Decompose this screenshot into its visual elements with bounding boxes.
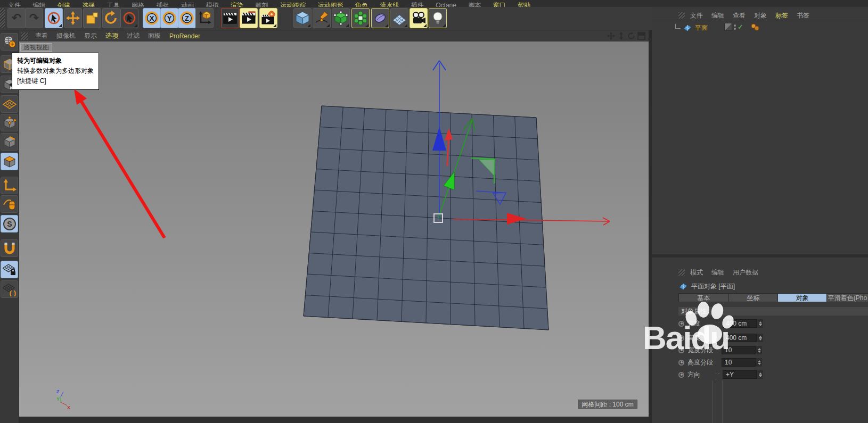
menu-plugins[interactable]: 插件: [411, 2, 424, 7]
add-spline-pen-button[interactable]: [313, 8, 331, 28]
am-menu-edit[interactable]: 编辑: [711, 268, 728, 277]
menu-mograph[interactable]: 运动图形: [317, 2, 343, 7]
om-menu-view[interactable]: 查看: [733, 11, 750, 20]
menu-mesh[interactable]: 网格: [132, 2, 144, 7]
vp-menu-panel[interactable]: 面板: [148, 31, 161, 40]
tweak-mode-button[interactable]: [1, 195, 18, 213]
vp-menu-filter[interactable]: 过滤: [127, 31, 140, 40]
tab-basic[interactable]: 基本: [678, 293, 729, 302]
menu-help[interactable]: 帮助: [518, 2, 530, 7]
tab-phong[interactable]: 平滑着色(Pho: [827, 293, 868, 302]
workplane-interactive-button[interactable]: ( ): [1, 280, 18, 298]
viewport-toggle-icon[interactable]: [637, 32, 645, 40]
object-manager-grip[interactable]: [678, 12, 685, 19]
add-volume-button[interactable]: [371, 8, 389, 28]
snap-settings-button[interactable]: S: [1, 215, 18, 233]
axis-mode-button[interactable]: [1, 177, 18, 194]
object-row-plane[interactable]: 平面: [675, 23, 708, 32]
om-menu-edit[interactable]: 编辑: [711, 11, 728, 20]
height-segments-stepper[interactable]: [756, 358, 762, 367]
add-camera-button[interactable]: [410, 8, 428, 28]
redo-button[interactable]: ↷: [25, 8, 43, 28]
orientation-dropdown[interactable]: +Y: [723, 370, 757, 379]
phong-tag-icon[interactable]: [750, 23, 760, 31]
width-segments-stepper[interactable]: [756, 346, 762, 354]
reset-radio[interactable]: [678, 321, 684, 327]
reset-radio[interactable]: [678, 335, 684, 341]
view-label[interactable]: 透视视图: [20, 43, 52, 52]
vp-menu-prorender[interactable]: ProRender: [169, 32, 200, 40]
live-selection-tool[interactable]: [45, 8, 63, 28]
viewport-rotate-icon[interactable]: [627, 32, 635, 40]
menu-script[interactable]: 脚本: [468, 2, 481, 7]
add-floor-button[interactable]: [390, 8, 408, 28]
workplane-lock-button[interactable]: [1, 261, 18, 278]
menu-simulate[interactable]: 模拟: [206, 2, 219, 7]
om-menu-file[interactable]: 文件: [690, 11, 707, 20]
reset-radio[interactable]: [678, 372, 684, 378]
vp-menu-view[interactable]: 查看: [35, 31, 48, 40]
workplane-mode-button[interactable]: [1, 95, 18, 113]
menu-select[interactable]: 选择: [82, 2, 95, 7]
menu-render[interactable]: 渲染: [231, 2, 243, 7]
am-menu-mode[interactable]: 模式: [690, 268, 707, 277]
toolbar-grip[interactable]: [0, 8, 5, 28]
tab-coordinates[interactable]: 坐标: [729, 293, 778, 302]
menu-create[interactable]: 创建: [58, 2, 70, 7]
menu-character[interactable]: 角色: [355, 2, 368, 7]
visibility-dots-icon[interactable]: [734, 23, 736, 31]
height-stepper[interactable]: [757, 334, 763, 342]
lock-y-axis[interactable]: Y: [160, 8, 178, 28]
menu-tools[interactable]: 工具: [107, 2, 120, 7]
width-segments-field[interactable]: 10: [722, 346, 756, 354]
viewport-menu-grip[interactable]: [21, 32, 28, 40]
om-menu-objects[interactable]: 对象: [754, 11, 771, 20]
menu-edit[interactable]: 编辑: [32, 2, 45, 7]
enable-check-icon[interactable]: ✓: [738, 23, 743, 30]
move-tool[interactable]: [64, 8, 82, 28]
menu-window[interactable]: 窗口: [493, 2, 506, 7]
height-field[interactable]: 400 cm: [723, 334, 757, 342]
menu-animate[interactable]: 动画: [181, 2, 194, 7]
attribute-manager-grip[interactable]: [678, 269, 685, 276]
menu-motion-tracker[interactable]: 运动跟踪: [280, 2, 306, 7]
am-menu-userdata[interactable]: 用户数据: [733, 268, 763, 277]
height-segments-field[interactable]: 10: [722, 358, 756, 367]
add-generator-button[interactable]: [351, 8, 370, 28]
add-primitive-cube-button[interactable]: [293, 8, 312, 28]
coordinate-system-button[interactable]: [195, 8, 214, 28]
last-used-tool[interactable]: [120, 8, 138, 28]
scale-tool[interactable]: [83, 8, 101, 28]
width-field[interactable]: 400 cm: [723, 319, 757, 328]
lock-z-axis[interactable]: Z: [178, 8, 196, 28]
menu-pipeline[interactable]: 流水线: [380, 2, 399, 7]
om-menu-tags[interactable]: 标签: [775, 11, 792, 20]
viewport-zoom-icon[interactable]: [617, 32, 625, 40]
menu-octane[interactable]: Octane: [436, 2, 456, 7]
menu-sculpt[interactable]: 雕刻: [256, 2, 268, 7]
undo-button[interactable]: ↶: [7, 8, 26, 28]
rotate-tool[interactable]: [102, 8, 120, 28]
menu-file[interactable]: 文件: [8, 2, 21, 7]
render-picture-viewer-button[interactable]: [240, 8, 258, 28]
vp-menu-options[interactable]: 选项: [105, 31, 118, 40]
om-menu-bookmarks[interactable]: 书签: [797, 11, 814, 20]
reset-radio[interactable]: [678, 347, 684, 353]
edit-render-settings-button[interactable]: [259, 8, 277, 28]
menu-snap[interactable]: 捕捉: [157, 2, 169, 7]
render-view-button[interactable]: [221, 8, 239, 28]
object-name[interactable]: 平面: [695, 23, 708, 32]
add-light-button[interactable]: [429, 8, 447, 28]
viewport[interactable]: Z Y X 透视视图 网格间距 : 100 cm: [19, 42, 649, 417]
add-subdivision-surface-button[interactable]: [332, 8, 350, 28]
reset-radio[interactable]: [678, 360, 684, 366]
lock-x-axis[interactable]: X: [143, 8, 161, 28]
points-mode-button[interactable]: [1, 114, 18, 131]
layer-toggle-icon[interactable]: [724, 23, 732, 31]
convert-to-editable-button[interactable]: [1, 33, 18, 51]
orientation-stepper[interactable]: [757, 370, 763, 379]
snap-magnet-button[interactable]: [1, 239, 18, 257]
vp-menu-cameras[interactable]: 摄像机: [56, 31, 76, 40]
width-stepper[interactable]: [757, 319, 763, 328]
edges-mode-button[interactable]: [1, 133, 18, 151]
